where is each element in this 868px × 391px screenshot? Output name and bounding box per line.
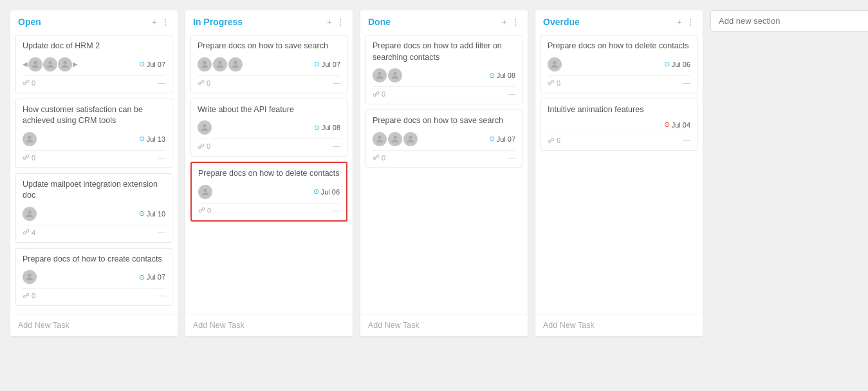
date-text: Jul 07: [497, 135, 515, 143]
column-header-actions: + ⋮: [152, 17, 170, 27]
svg-point-10: [203, 188, 207, 191]
more-options-icon[interactable]: ⋮: [161, 17, 170, 27]
more-options-icon[interactable]: ⋮: [686, 17, 695, 27]
card-meta: ⊙ Jul 08: [198, 120, 340, 135]
avatars: [198, 185, 212, 199]
clock-icon: ⊙: [139, 135, 145, 143]
column-title: Overdue: [543, 17, 580, 27]
task-card[interactable]: Prepare docs of how to create contacts ⊙…: [15, 248, 172, 307]
date-badge: ⊙ Jul 07: [139, 60, 165, 68]
card-title: Prepare docs on how to save search: [198, 41, 340, 52]
add-task-button[interactable]: Add New Task: [10, 314, 178, 336]
task-card[interactable]: How customer satisfaction can be achieve…: [15, 99, 172, 168]
avatar: [373, 68, 387, 82]
date-text: Jul 06: [672, 61, 690, 68]
date-text: Jul 07: [322, 61, 340, 68]
card-meta: ⊙ Jul 04: [548, 120, 690, 129]
comment-icon: ☍: [23, 79, 30, 87]
comment-icon: ☍: [548, 137, 555, 145]
avatar: [228, 57, 243, 72]
add-column-icon[interactable]: +: [502, 17, 507, 27]
add-section-input[interactable]: [710, 10, 868, 32]
card-meta: ⊙ Jul 13: [23, 132, 165, 146]
avatars: [23, 132, 37, 146]
column-title: Done: [368, 17, 391, 27]
card-footer: ☍ 6 —: [548, 133, 690, 145]
card-meta: ⊙ Jul 08: [373, 68, 515, 82]
task-card[interactable]: Prepare docs on how to save search ⊙ Jul…: [190, 35, 347, 93]
date-text: Jul 10: [147, 210, 165, 218]
comment-count: ☍ 0: [198, 79, 210, 87]
comment-number: 0: [32, 292, 35, 300]
svg-point-12: [393, 72, 396, 75]
add-column-icon[interactable]: +: [677, 17, 682, 27]
comment-icon: ☍: [198, 142, 205, 151]
card-footer: ☍ 0 —: [23, 75, 165, 88]
scroll-left-icon[interactable]: ◀: [23, 61, 28, 68]
avatar: [43, 57, 57, 72]
add-task-button[interactable]: Add New Task: [185, 314, 353, 336]
avatar: [403, 132, 418, 146]
add-column-icon[interactable]: +: [327, 17, 332, 27]
card-footer: ☍ 0 —: [548, 75, 690, 88]
date-badge: ⊙ Jul 10: [139, 209, 165, 218]
date-text: Jul 06: [321, 188, 340, 196]
task-card[interactable]: Update mailpoet integration extension do…: [15, 173, 172, 243]
task-card[interactable]: Write about the API feature ⊙ Jul 08 ☍ 0…: [190, 99, 347, 157]
task-card[interactable]: Prepare docs on how to delete contacts ⊙…: [540, 35, 697, 93]
column-in-progress: In Progress + ⋮ Prepare docs on how to s…: [185, 10, 353, 336]
task-card[interactable]: Prepare docs on how to save search ⊙ Jul…: [365, 110, 522, 168]
date-badge: ⊙ Jul 04: [664, 120, 690, 129]
svg-point-9: [203, 124, 206, 128]
scroll-right-icon[interactable]: ▶: [73, 61, 78, 68]
dash-icon: —: [683, 79, 690, 88]
card-meta: ⊙ Jul 10: [23, 207, 165, 221]
dash-icon: —: [158, 153, 165, 162]
dash-icon: —: [158, 291, 165, 300]
column-body: Prepare docs on how to add filter on sea…: [360, 32, 528, 314]
task-card[interactable]: Update doc of HRM 2 ◀ ▶ ⊙ Jul 07 ☍ 0 —: [15, 35, 172, 93]
card-title: Prepare docs on how to delete contacts: [548, 41, 690, 52]
card-title: Prepare docs on how to add filter on sea…: [373, 41, 515, 63]
dash-icon: —: [508, 90, 515, 99]
add-task-button[interactable]: Add New Task: [535, 314, 703, 336]
card-title: Update doc of HRM 2: [23, 41, 165, 52]
comment-count: ☍ 0: [23, 292, 35, 300]
date-badge: ⊙ Jul 13: [139, 135, 165, 143]
column-header: Done + ⋮: [360, 10, 528, 32]
comment-count: ☍ 0: [198, 142, 210, 151]
date-badge: ⊙ Jul 08: [489, 72, 515, 80]
card-footer: ☍ 0 —: [23, 150, 165, 162]
column-header: Overdue + ⋮: [535, 10, 703, 32]
more-options-icon[interactable]: ⋮: [336, 17, 345, 27]
card-title: Update mailpoet integration extension do…: [23, 179, 165, 202]
task-card[interactable]: Prepare docs on how to delete contacts ⊙…: [190, 162, 347, 222]
card-footer: ☍ 4 —: [23, 225, 165, 237]
task-card[interactable]: Intuitive animation features ⊙ Jul 04 ☍ …: [540, 99, 697, 151]
comment-count: ☍ 0: [373, 153, 385, 162]
svg-point-16: [553, 61, 556, 64]
comment-number: 0: [207, 142, 210, 150]
card-meta: ⊙ Jul 06: [198, 185, 340, 199]
comment-number: 6: [557, 137, 560, 144]
more-options-icon[interactable]: ⋮: [511, 17, 520, 27]
column-done: Done + ⋮ Prepare docs on how to add filt…: [360, 10, 528, 336]
task-card[interactable]: Prepare docs on how to add filter on sea…: [365, 35, 522, 104]
date-badge: ⊙ Jul 06: [664, 60, 690, 68]
dash-icon: —: [333, 79, 340, 88]
column-header: Open + ⋮: [10, 10, 178, 32]
add-column-icon[interactable]: +: [152, 17, 157, 27]
card-title: Prepare docs on how to delete contacts: [198, 168, 340, 180]
comment-icon: ☍: [198, 79, 205, 87]
dash-icon: —: [158, 228, 165, 237]
card-title: Prepare docs on how to save search: [373, 115, 515, 127]
column-header-actions: + ⋮: [677, 17, 695, 27]
column-body: Update doc of HRM 2 ◀ ▶ ⊙ Jul 07 ☍ 0 —: [10, 32, 178, 314]
comment-number: 4: [32, 229, 35, 236]
date-text: Jul 13: [147, 135, 165, 143]
avatars: ◀ ▶: [23, 57, 78, 72]
comment-icon: ☍: [198, 206, 205, 215]
clock-icon: ⊙: [139, 273, 145, 281]
comment-count: ☍ 0: [548, 79, 560, 87]
add-task-button[interactable]: Add New Task: [360, 314, 528, 336]
